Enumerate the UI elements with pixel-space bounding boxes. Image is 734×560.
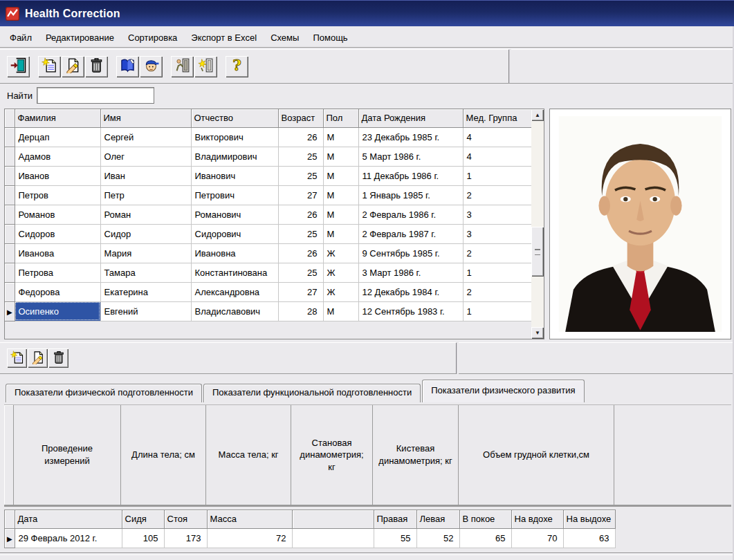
cell[interactable]: Роман	[100, 205, 191, 224]
edit-record-button[interactable]	[62, 56, 84, 77]
cell[interactable]: 55	[374, 528, 416, 548]
row-selector[interactable]	[5, 127, 15, 147]
measure-column-header-6[interactable]: Правая	[374, 510, 416, 528]
menu-item-4[interactable]: Экспорт в Excel	[184, 30, 264, 46]
measure-row[interactable]: ▶29 Февраль 2012 г.105173725552657063	[5, 528, 615, 548]
help-button[interactable]: ?	[226, 56, 248, 77]
scroll-down-button[interactable]: ▼	[531, 327, 544, 339]
cell[interactable]: 9 Сентябрь 1985 г.	[358, 243, 463, 263]
cell[interactable]: Сидор	[100, 224, 191, 243]
cell[interactable]: 4	[463, 127, 531, 147]
cell[interactable]: Олег	[100, 147, 191, 166]
cell[interactable]: 1	[463, 166, 531, 185]
cell[interactable]: 1 Январь 1985 г.	[358, 185, 463, 205]
cell[interactable]: М	[323, 147, 358, 166]
cell[interactable]: 29 Февраль 2012 г.	[15, 528, 122, 548]
row-selector[interactable]	[5, 243, 15, 263]
cell[interactable]: М	[323, 224, 358, 243]
cell[interactable]: Петрова	[15, 263, 100, 282]
tab-1[interactable]: Показатели физической подготовленности	[6, 384, 202, 402]
cell[interactable]: Ж	[323, 243, 358, 263]
table-row[interactable]: ПетровПетрПетрович27М1 Январь 1985 г.2	[5, 185, 531, 205]
scroll-thumb[interactable]	[531, 227, 544, 277]
measure-column-header-5[interactable]	[292, 510, 374, 528]
cell[interactable]: 12 Сентябрь 1983 г.	[358, 301, 463, 321]
cell[interactable]: Ивановна	[191, 243, 278, 263]
row-selector[interactable]: ▶	[5, 301, 15, 321]
cell[interactable]: Екатерина	[100, 282, 191, 301]
cell[interactable]: Петров	[15, 185, 100, 205]
notebook-button[interactable]	[116, 56, 139, 77]
measure-column-header-9[interactable]: На вдохе	[511, 510, 563, 528]
cell[interactable]: 3	[463, 224, 531, 243]
cell[interactable]: 1	[463, 301, 531, 321]
cell[interactable]: Евгений	[100, 301, 191, 321]
cell[interactable]: 28	[278, 301, 323, 321]
cell[interactable]: 26	[278, 243, 323, 263]
cell[interactable]: 23 Декабрь 1985 г.	[358, 127, 463, 147]
table-row[interactable]: АдамовОлегВладимирович25М5 Март 1986 г.4	[5, 147, 531, 166]
measure-column-header-8[interactable]: В покое	[459, 510, 511, 528]
cell[interactable]: 1	[463, 263, 531, 282]
cell[interactable]: 2	[463, 185, 531, 205]
delete-record-button[interactable]	[85, 56, 108, 77]
import-person-button[interactable]	[171, 56, 194, 77]
menu-item-5[interactable]: Схемы	[264, 30, 306, 46]
cell[interactable]: 3 Март 1986 г.	[358, 263, 463, 282]
cell[interactable]: 52	[416, 528, 459, 548]
menu-item-3[interactable]: Сортировка	[121, 30, 184, 46]
cell[interactable]: 70	[511, 528, 563, 548]
cell[interactable]: 26	[278, 127, 323, 147]
table-row[interactable]: ДерцапСергейВикторович26М23 Декабрь 1985…	[5, 127, 531, 147]
exit-button[interactable]	[7, 56, 30, 77]
cell[interactable]: 26	[278, 205, 323, 224]
table-row[interactable]: ▶ОсипенкоЕвгенийВладиславович28М12 Сентя…	[5, 301, 531, 321]
cell[interactable]: Дерцап	[15, 127, 100, 147]
cell[interactable]: М	[323, 205, 358, 224]
column-header-3[interactable]: Отчество	[191, 109, 278, 127]
column-header-6[interactable]: Дата Рождения	[358, 109, 463, 127]
row-selector[interactable]	[5, 263, 15, 282]
search-input[interactable]	[37, 87, 154, 104]
cell[interactable]: Константинована	[191, 263, 278, 282]
table-row[interactable]: СидоровСидорСидорович25М2 Февраль 1987 г…	[5, 224, 531, 243]
table-row[interactable]: ПетроваТамараКонстантинована25Ж3 Март 19…	[5, 263, 531, 282]
column-header-5[interactable]: Пол	[323, 109, 358, 127]
column-header-4[interactable]: Возраст	[278, 109, 323, 127]
add-measurement-button[interactable]	[7, 348, 27, 368]
cell[interactable]: Ж	[323, 282, 358, 301]
menu-item-6[interactable]: Помощь	[306, 30, 354, 46]
cell[interactable]: Федорова	[15, 282, 100, 301]
cell[interactable]: 27	[278, 282, 323, 301]
cell[interactable]: Ж	[323, 263, 358, 282]
cell[interactable]: Петр	[100, 185, 191, 205]
cell[interactable]: Иванов	[15, 166, 100, 185]
cell[interactable]: 63	[563, 528, 615, 548]
cell[interactable]: 2	[463, 243, 531, 263]
row-selector[interactable]: ▶	[5, 528, 15, 548]
cell[interactable]: Романов	[15, 205, 100, 224]
cell[interactable]: 5 Март 1986 г.	[358, 147, 463, 166]
cell[interactable]: 4	[463, 147, 531, 166]
delete-measurement-button[interactable]	[48, 348, 68, 368]
cell[interactable]: М	[323, 166, 358, 185]
add-record-button[interactable]	[38, 56, 61, 77]
cell[interactable]: 25	[278, 147, 323, 166]
cell[interactable]: Адамов	[15, 147, 100, 166]
cell[interactable]: 25	[278, 224, 323, 243]
cell[interactable]: 65	[459, 528, 511, 548]
cell[interactable]: Иванович	[191, 166, 278, 185]
column-header-2[interactable]: Имя	[100, 109, 191, 127]
cell[interactable]: 27	[278, 185, 323, 205]
cell[interactable]: Иванова	[15, 243, 100, 263]
table-row[interactable]: ИвановаМарияИвановна26Ж9 Сентябрь 1985 г…	[5, 243, 531, 263]
cell[interactable]: Петрович	[191, 185, 278, 205]
scroll-up-button[interactable]: ▲	[531, 109, 544, 121]
edit-measurement-button[interactable]	[28, 348, 48, 368]
cell[interactable]: Иван	[100, 166, 191, 185]
cell[interactable]: 25	[278, 166, 323, 185]
column-header-7[interactable]: Мед. Группа	[463, 109, 531, 127]
row-selector[interactable]	[5, 166, 15, 185]
tab-2[interactable]: Показатели функциональной подготовленнос…	[203, 384, 421, 402]
cell[interactable]: Сидоров	[15, 224, 100, 243]
